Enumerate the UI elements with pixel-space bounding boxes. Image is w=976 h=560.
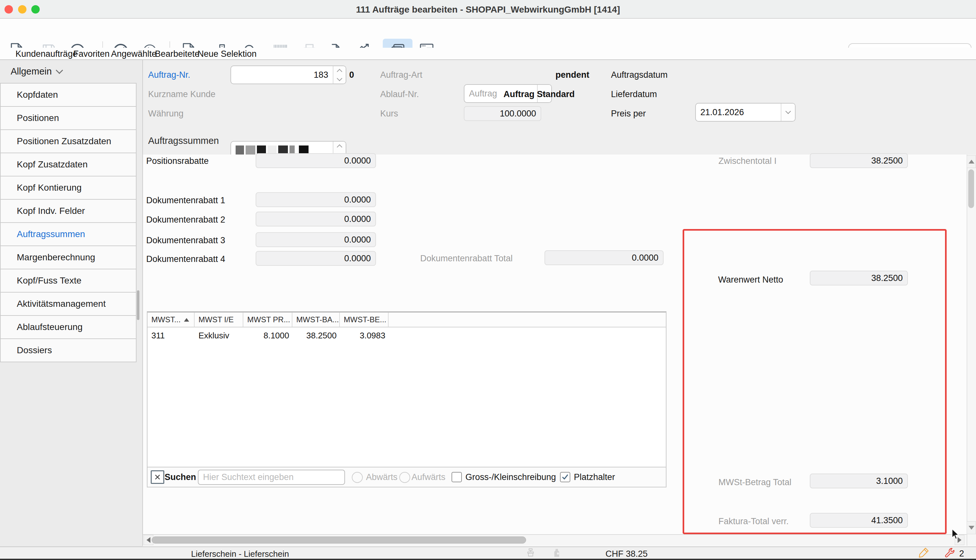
- zwischentotal-field: 38.2500: [810, 153, 908, 168]
- app-window: 111 Aufträge bearbeiten - SHOPAPI_Webwir…: [0, 0, 976, 560]
- auftrag-nr-stepper[interactable]: [333, 66, 346, 83]
- sidebar-item-positionen[interactable]: Positionen: [0, 107, 137, 130]
- cell-mwst-basis: 38.2500: [292, 331, 340, 341]
- faktura-total-label: Faktura-Total verr.: [719, 517, 789, 527]
- search-down-icon[interactable]: [352, 472, 363, 483]
- ablauf-type: Auftrag Standard: [504, 89, 575, 99]
- column-header-mwst-pr[interactable]: MWST PR...: [244, 313, 292, 327]
- notification-count: 2: [959, 549, 964, 559]
- sidebar-item-ablaufsteuerung[interactable]: Ablaufsteuerung: [0, 316, 137, 339]
- sidebar-item-kopf-indv-felder[interactable]: Kopf Indv. Felder: [0, 200, 137, 223]
- warenwert-netto-label: Warenwert Netto: [718, 275, 783, 285]
- wildcard-checkbox[interactable]: [560, 472, 570, 482]
- sidebar-item-kopf-zusatzdaten[interactable]: Kopf Zusatzdaten: [0, 153, 137, 177]
- table-search-input[interactable]: [198, 470, 345, 485]
- tab-favoriten[interactable]: Favoriten: [73, 49, 110, 59]
- bottle-icon: [552, 548, 562, 559]
- positionsrabatte-label: Positionsrabatte: [146, 156, 209, 166]
- sidebar-item-kopf-fuss-texte[interactable]: Kopf/Fuss Texte: [0, 269, 137, 293]
- dokumentenrabatt-total-field: 0.0000: [544, 250, 664, 265]
- auftragsdatum-chevron-icon: [781, 103, 795, 121]
- tab-bearbeitete[interactable]: Bearbeitete: [155, 49, 199, 59]
- search-down-label: Abwärts: [366, 472, 398, 482]
- title-bar: 111 Aufträge bearbeiten - SHOPAPI_Webwir…: [0, 0, 976, 19]
- zwischentotal-label: Zwischentotal I: [719, 156, 777, 166]
- auftragsdatum-label: Auftragsdatum: [611, 70, 668, 80]
- wildcard-label: Platzhalter: [574, 472, 615, 482]
- dokumentenrabatt-1-field: 0.0000: [255, 192, 376, 207]
- lieferdatum-label: Lieferdatum: [611, 89, 657, 99]
- sidebar-item-positionen-zusatzdaten[interactable]: Positionen Zusatzdaten: [0, 130, 137, 153]
- column-header-mwst-ba[interactable]: MWST-BA...: [292, 313, 340, 327]
- table-row[interactable]: 311 Exklusiv 8.1000 38.2500 3.0983: [147, 327, 666, 343]
- toolbar: [0, 19, 976, 48]
- dokumentenrabatt-3-label: Dokumentenrabatt 3: [146, 235, 225, 245]
- warenwert-netto-field: 38.2500: [810, 271, 908, 285]
- wrench-icon[interactable]: [944, 547, 955, 559]
- cell-mwst-prozent: 8.1000: [244, 331, 292, 341]
- mwst-table: MWST... MWST I/E MWST PR... MWST-BA... M…: [147, 311, 666, 487]
- faktura-total-field: 41.3500: [810, 513, 908, 528]
- preis-per-label: Preis per: [611, 109, 646, 119]
- mwst-betrag-total-field: 3.1000: [810, 473, 908, 488]
- auftrag-nr-label: Auftrag-Nr.: [148, 70, 190, 80]
- window-title: 111 Aufträge bearbeiten - SHOPAPI_Webwir…: [0, 5, 976, 15]
- search-label: Suchen: [165, 472, 196, 482]
- sidebar-item-auftragssummen[interactable]: Auftragssummen: [0, 223, 137, 246]
- vertical-scrollbar[interactable]: [967, 155, 976, 546]
- auftrag-status: pendent: [556, 70, 589, 80]
- column-header-mwst-be[interactable]: MWST-BE...: [340, 313, 389, 327]
- cell-mwst-code: 311: [147, 331, 195, 341]
- case-label: Gross-/Kleinschreibung: [465, 472, 556, 482]
- sidebar-item-kopf-kontierung[interactable]: Kopf Kontierung: [0, 177, 137, 200]
- search-up-label: Aufwärts: [412, 472, 445, 482]
- tab-kundenauftraege[interactable]: Kundenaufträge: [15, 49, 77, 59]
- sidebar-item-margenberechnung[interactable]: Margenberechnung: [0, 246, 137, 269]
- mwst-betrag-total-label: MWSt-Betrag Total: [719, 477, 791, 487]
- scroll-down-button[interactable]: [967, 521, 976, 534]
- auftrag-nr-extra: 0: [349, 70, 354, 80]
- sidebar-scrollbar-thumb[interactable]: [137, 290, 139, 320]
- clear-search-button[interactable]: [151, 470, 164, 484]
- sidebar-item-kopfdaten[interactable]: Kopfdaten: [0, 83, 137, 107]
- press-machine-icon: [525, 548, 536, 559]
- auftragsdatum-input[interactable]: 21.01.2026: [695, 103, 796, 122]
- status-document-type: Lieferschein - Lieferschein: [191, 549, 289, 559]
- column-header-mwst-ie[interactable]: MWST I/E: [195, 313, 244, 327]
- waehrung-label: Währung: [148, 109, 184, 119]
- section-title: Auftragssummen: [148, 135, 219, 146]
- pencil-icon[interactable]: [918, 547, 929, 559]
- kurzname-kunde-label: Kurzname Kunde: [148, 89, 215, 99]
- dokumentenrabatt-4-field: 0.0000: [255, 251, 376, 266]
- sidebar-group-header[interactable]: Allgemein: [11, 66, 62, 77]
- positionsrabatte-field: 0.0000: [255, 153, 376, 168]
- dokumentenrabatt-2-label: Dokumentenrabatt 2: [146, 215, 225, 225]
- mwst-table-header: MWST... MWST I/E MWST PR... MWST-BA... M…: [147, 313, 666, 327]
- horizontal-scrollbar-thumb[interactable]: [152, 537, 526, 543]
- column-header-mwst[interactable]: MWST...: [147, 313, 195, 327]
- cell-mwst-betrag: 3.0983: [340, 331, 389, 341]
- search-up-icon[interactable]: [399, 472, 410, 483]
- table-search-bar: Suchen Abwärts Aufwärts Gross-/Kleinschr…: [147, 467, 666, 487]
- auftrag-nr-input[interactable]: 183: [230, 65, 346, 84]
- dokumentenrabatt-total-label: Dokumentenrabatt Total: [420, 253, 512, 263]
- kurs-field: 100.0000: [464, 106, 541, 121]
- sidebar-group-label: Allgemein: [11, 66, 52, 77]
- status-bar: [0, 547, 976, 559]
- vertical-scrollbar-thumb[interactable]: [968, 169, 974, 208]
- case-checkbox[interactable]: [452, 472, 462, 482]
- scroll-up-button[interactable]: [967, 155, 976, 168]
- cell-mwst-ie: Exklusiv: [195, 331, 244, 341]
- dokumentenrabatt-3-field: 0.0000: [255, 232, 376, 247]
- kurs-label: Kurs: [380, 109, 398, 119]
- mouse-cursor: [951, 529, 961, 541]
- tab-angewaehlte[interactable]: Angewählte: [111, 49, 157, 59]
- auftrag-nr-value: 183: [231, 70, 333, 80]
- dokumentenrabatt-4-label: Dokumentenrabatt 4: [146, 254, 225, 264]
- dokumentenrabatt-2-field: 0.0000: [255, 212, 376, 227]
- tab-neue-selektion[interactable]: Neue Selektion: [197, 49, 257, 59]
- sidebar-item-aktivitaetsmanagement[interactable]: Aktivitätsmanagement: [0, 293, 137, 316]
- sidebar-item-dossiers[interactable]: Dossiers: [0, 339, 137, 362]
- dokumentenrabatt-1-label: Dokumentenrabatt 1: [146, 195, 225, 205]
- sort-ascending-icon: [184, 318, 189, 322]
